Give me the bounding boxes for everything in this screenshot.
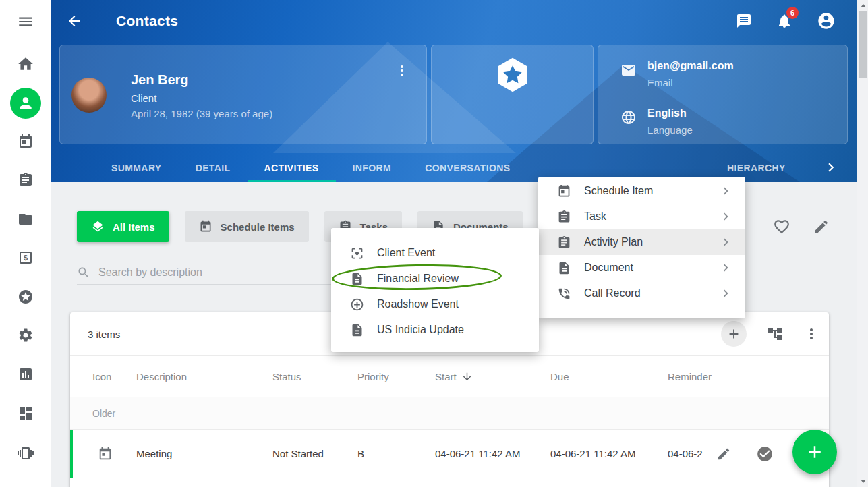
table-column-headers: Icon Description Status Priority Start D…	[70, 355, 829, 397]
billing-icon[interactable]	[18, 250, 34, 266]
contact-birthdate: April 28, 1982 (39 years of age)	[131, 108, 272, 119]
topbar: Contacts 6	[51, 0, 857, 42]
scrollbar-thumb[interactable]	[859, 11, 867, 78]
tab-label: ACTIVITIES	[264, 163, 319, 173]
tab-label: DETAIL	[196, 163, 231, 173]
header-cards: Jen Berg Client April 28, 1982 (39 years…	[59, 45, 848, 144]
search-icon	[77, 266, 90, 279]
calendar-icon[interactable]	[18, 134, 34, 150]
menu-item-label: US Indicia Update	[377, 324, 464, 336]
mobile-vibration-icon[interactable]	[18, 445, 34, 461]
add-fab-button[interactable]	[792, 430, 837, 474]
folder-icon[interactable]	[18, 211, 34, 227]
language-label: Language	[647, 124, 693, 136]
tab-summary[interactable]: SUMMARY	[94, 154, 179, 182]
contacts-icon-active[interactable]	[10, 88, 41, 119]
menu-item-label: Schedule Item	[584, 185, 653, 197]
menu-item-schedule-item[interactable]: Schedule Item	[538, 178, 745, 204]
tab-conversations[interactable]: CONVERSATIONS	[408, 154, 527, 182]
filter-all-items-button[interactable]: All Items	[77, 211, 169, 242]
nav-rail	[0, 0, 51, 487]
tab-label: HIERARCHY	[727, 163, 786, 173]
hamburger-menu-icon[interactable]	[17, 13, 34, 30]
activity-plan-submenu: Client Event Financial Review Roadshow E…	[331, 228, 539, 352]
submenu-item-financial-review[interactable]: Financial Review	[331, 266, 539, 291]
email-row: bjen@gmail.com Email	[620, 60, 734, 88]
plus-icon	[805, 442, 825, 462]
submenu-item-us-indicia-update[interactable]: US Indicia Update	[331, 317, 539, 343]
filter-label: All Items	[113, 221, 155, 233]
column-status[interactable]: Status	[272, 371, 357, 382]
menu-item-activity-plan[interactable]: Activity Plan	[538, 229, 745, 255]
filter-schedule-items-button[interactable]: Schedule Items	[185, 211, 309, 242]
calendar-icon	[557, 184, 571, 198]
topbar-actions: 6	[736, 11, 836, 30]
menu-item-task[interactable]: Task	[538, 204, 745, 229]
row-group-label: Older	[92, 408, 115, 419]
row-complete-icon[interactable]	[756, 445, 774, 463]
column-icon[interactable]: Icon	[92, 371, 136, 382]
menu-item-label: Financial Review	[377, 273, 459, 285]
column-description[interactable]: Description	[136, 371, 272, 382]
submenu-item-roadshow-event[interactable]: Roadshow Event	[331, 291, 539, 317]
document-icon	[557, 261, 571, 275]
tab-bar: SUMMARY DETAIL ACTIVITIES INFORM CONVERS…	[94, 154, 527, 182]
back-arrow-icon[interactable]	[66, 13, 82, 29]
hierarchy-view-icon[interactable]	[767, 326, 783, 342]
scroll-down-arrow[interactable]	[857, 476, 868, 487]
menu-item-label: Task	[584, 210, 606, 223]
hexagon-star-icon[interactable]	[494, 56, 531, 96]
account-avatar-icon[interactable]	[817, 11, 836, 30]
add-context-menu: Schedule Item Task Activity Plan Documen…	[538, 177, 745, 318]
clipboard-icon	[557, 210, 571, 224]
row-description: Meeting	[136, 448, 272, 459]
table-row[interactable]: Meeting Not Started B 04-06-21 11:42 AM …	[70, 430, 829, 478]
row-priority: B	[357, 448, 435, 459]
email-icon	[620, 62, 637, 88]
submenu-chevron-icon	[718, 209, 733, 224]
tab-activities[interactable]: ACTIVITIES	[248, 154, 336, 182]
edit-pencil-icon[interactable]	[813, 219, 830, 235]
notifications-bell-icon[interactable]: 6	[776, 13, 792, 29]
card-more-icon[interactable]	[394, 63, 410, 79]
submenu-chevron-icon	[718, 183, 733, 198]
menu-item-call-record[interactable]: Call Record	[538, 281, 745, 306]
menu-item-label: Call Record	[584, 287, 641, 299]
scroll-up-arrow[interactable]	[857, 0, 868, 11]
tab-detail[interactable]: DETAIL	[179, 154, 248, 182]
menu-item-label: Document	[584, 262, 633, 274]
notification-badge: 6	[786, 7, 799, 19]
column-reminder[interactable]: Reminder	[668, 371, 829, 382]
featured-star-icon[interactable]	[18, 289, 34, 305]
email-value: bjen@gmail.com	[647, 60, 734, 72]
row-edit-icon[interactable]	[716, 447, 731, 461]
settings-gear-icon[interactable]	[18, 327, 34, 343]
row-status: Not Started	[272, 448, 357, 459]
filter-label: Schedule Items	[221, 221, 295, 233]
table-add-button[interactable]	[721, 321, 747, 347]
tab-label: CONVERSATIONS	[425, 163, 510, 173]
contact-name: Jen Berg	[131, 72, 272, 88]
table-more-icon[interactable]	[803, 326, 819, 342]
home-icon[interactable]	[17, 55, 34, 73]
tab-inform[interactable]: INFORM	[336, 154, 409, 182]
page-scrollbar[interactable]	[857, 0, 868, 487]
submenu-item-client-event[interactable]: Client Event	[331, 240, 539, 266]
rating-card	[431, 45, 594, 144]
client-event-icon	[350, 246, 364, 260]
favorite-heart-icon[interactable]	[773, 218, 790, 235]
tasks-icon[interactable]	[18, 172, 34, 188]
dashboard-icon[interactable]	[18, 405, 34, 422]
tab-label: SUMMARY	[111, 163, 162, 173]
tabs-overflow-chevron-icon[interactable]	[822, 159, 840, 176]
column-due[interactable]: Due	[550, 371, 668, 382]
column-start[interactable]: Start	[435, 371, 550, 382]
contact-role: Client	[131, 92, 272, 104]
contact-profile-card: Jen Berg Client April 28, 1982 (39 years…	[59, 45, 427, 144]
chat-icon[interactable]	[736, 13, 752, 29]
row-group-header[interactable]: Older	[70, 397, 829, 430]
column-priority[interactable]: Priority	[357, 371, 435, 382]
reports-chart-icon[interactable]	[18, 366, 34, 382]
submenu-chevron-icon	[718, 286, 733, 301]
menu-item-document[interactable]: Document	[538, 255, 745, 281]
